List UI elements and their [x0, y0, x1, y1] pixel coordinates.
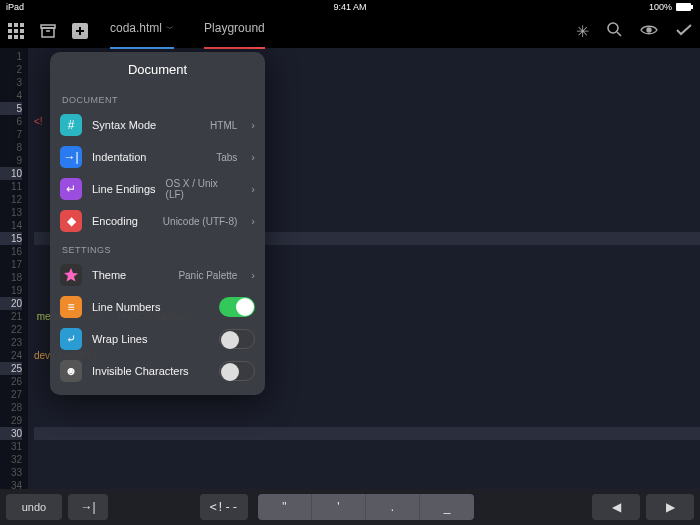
document-popover: Document DOCUMENT # Syntax Mode HTML › →…: [50, 52, 265, 395]
tab-key-button[interactable]: →|: [68, 494, 108, 520]
chevron-right-icon: ›: [251, 119, 255, 131]
check-icon[interactable]: [676, 22, 692, 40]
sparkle-icon[interactable]: ✳: [576, 22, 589, 41]
row-indentation[interactable]: →| Indentation Tabs ›: [50, 141, 265, 173]
svg-rect-4: [20, 23, 24, 27]
undo-button[interactable]: undo: [6, 494, 62, 520]
row-theme[interactable]: Theme Panic Palette ›: [50, 259, 265, 291]
popover-section-document: DOCUMENT: [50, 87, 265, 109]
list-icon: ≡: [60, 296, 82, 318]
hash-icon: #: [60, 114, 82, 136]
svg-rect-10: [20, 35, 24, 39]
row-invisible-chars[interactable]: ☻ Invisible Characters: [50, 355, 265, 387]
caret-right-button[interactable]: ▶: [646, 494, 694, 520]
ghost-icon: ☻: [60, 360, 82, 382]
svg-rect-1: [691, 5, 693, 9]
tab-playground[interactable]: Playground: [204, 21, 265, 41]
svg-rect-7: [20, 29, 24, 33]
row-value: Unicode (UTF-8): [163, 216, 237, 227]
eye-icon[interactable]: [640, 22, 658, 40]
keyboard-accessory: undo →| <!-- " ' . _ ◀ ▶: [0, 489, 700, 525]
svg-rect-0: [676, 3, 691, 11]
key-single-quote[interactable]: ': [312, 494, 366, 520]
row-label: Line Endings: [92, 183, 156, 195]
toggle-invisible-chars[interactable]: [219, 361, 255, 381]
encoding-icon: ◆: [60, 210, 82, 232]
search-icon[interactable]: [607, 22, 622, 41]
row-label: Invisible Characters: [92, 365, 189, 377]
svg-rect-6: [14, 29, 18, 33]
grid-icon[interactable]: [6, 21, 26, 41]
chevron-right-icon: ›: [251, 269, 255, 281]
status-time: 9:41 AM: [333, 2, 366, 12]
svg-point-17: [647, 28, 651, 32]
row-label: Wrap Lines: [92, 333, 147, 345]
battery-icon: [676, 3, 694, 11]
comment-button[interactable]: <!--: [200, 494, 248, 520]
svg-rect-3: [14, 23, 18, 27]
add-icon[interactable]: [70, 21, 90, 41]
row-label: Encoding: [92, 215, 138, 227]
row-line-endings[interactable]: ↵ Line Endings OS X / Unix (LF) ›: [50, 173, 265, 205]
row-value: OS X / Unix (LF): [166, 178, 238, 200]
popover-section-settings: SETTINGS: [50, 237, 265, 259]
toggle-wrap-lines[interactable]: [219, 329, 255, 349]
wrap-icon: ⤶: [60, 328, 82, 350]
row-label: Line Numbers: [92, 301, 160, 313]
code-text: <!: [34, 116, 43, 127]
row-syntax-mode[interactable]: # Syntax Mode HTML ›: [50, 109, 265, 141]
chevron-right-icon: ›: [251, 183, 255, 195]
archive-icon[interactable]: [38, 21, 58, 41]
svg-rect-5: [8, 29, 12, 33]
popover-title: Document: [50, 52, 265, 87]
row-label: Theme: [92, 269, 126, 281]
palette-icon: [60, 264, 82, 286]
line-gutter: 1234567891011121314151617181920212223242…: [0, 48, 28, 489]
svg-rect-8: [8, 35, 12, 39]
indent-icon: →|: [60, 146, 82, 168]
row-value: HTML: [210, 120, 237, 131]
toggle-line-numbers[interactable]: [219, 297, 255, 317]
row-wrap-lines[interactable]: ⤶ Wrap Lines: [50, 323, 265, 355]
key-period[interactable]: .: [366, 494, 420, 520]
svg-point-15: [608, 23, 618, 33]
chevron-down-icon[interactable]: ﹀: [166, 23, 174, 34]
svg-rect-2: [8, 23, 12, 27]
status-carrier: iPad: [6, 2, 24, 12]
char-segment: " ' . _: [258, 494, 474, 520]
return-icon: ↵: [60, 178, 82, 200]
status-battery-text: 100%: [649, 2, 672, 12]
svg-rect-12: [42, 28, 54, 37]
chevron-right-icon: ›: [251, 215, 255, 227]
row-label: Indentation: [92, 151, 146, 163]
row-label: Syntax Mode: [92, 119, 156, 131]
tab-file[interactable]: coda.html ﹀: [110, 21, 174, 41]
caret-left-button[interactable]: ◀: [592, 494, 640, 520]
svg-line-16: [617, 32, 621, 36]
svg-rect-9: [14, 35, 18, 39]
key-underscore[interactable]: _: [420, 494, 474, 520]
row-encoding[interactable]: ◆ Encoding Unicode (UTF-8) ›: [50, 205, 265, 237]
key-double-quote[interactable]: ": [258, 494, 312, 520]
chevron-right-icon: ›: [251, 151, 255, 163]
row-value: Tabs: [216, 152, 237, 163]
row-value: Panic Palette: [178, 270, 237, 281]
tab-playground-label: Playground: [204, 21, 265, 35]
tab-file-label: coda.html: [110, 21, 162, 35]
row-line-numbers[interactable]: ≡ Line Numbers: [50, 291, 265, 323]
